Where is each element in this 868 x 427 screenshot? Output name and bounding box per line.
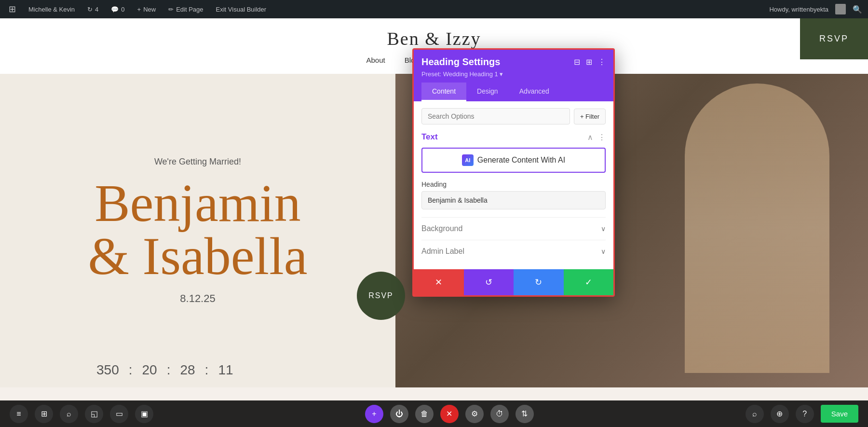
- howdy-text: Howdy, writtenbyekta: [769, 6, 828, 13]
- countdown-sep1: :: [129, 362, 133, 378]
- revisions-link[interactable]: ↻ 4: [84, 0, 101, 18]
- admin-label-section[interactable]: Admin Label ∨: [421, 240, 606, 262]
- toolbar-menu-icon[interactable]: ≡: [10, 405, 28, 423]
- tab-content[interactable]: Content: [421, 83, 466, 101]
- background-chevron-icon: ∨: [601, 225, 606, 233]
- comments-link[interactable]: 💬 0: [108, 0, 127, 18]
- toolbar-layers-icon[interactable]: ⊕: [771, 405, 789, 423]
- edit-icon: ✏: [168, 6, 174, 13]
- site-name-link[interactable]: Michelle & Kevin: [26, 0, 78, 18]
- text-section-title: Text: [421, 132, 438, 142]
- countdown-timer: 350 : 20 : 28 : 11: [96, 362, 233, 378]
- filter-button[interactable]: + Filter: [574, 109, 606, 124]
- countdown-sep3: :: [205, 362, 209, 378]
- toolbar-desktop-icon[interactable]: ◱: [85, 405, 103, 423]
- text-section-header: Text ∧ ⋮: [421, 132, 606, 142]
- admin-label-text: Admin Label: [421, 247, 464, 256]
- toolbar-help-icon[interactable]: ?: [796, 405, 814, 423]
- countdown-sep2: :: [167, 362, 171, 378]
- exit-visual-builder-button[interactable]: Exit Visual Builder: [213, 0, 270, 18]
- rsvp-header-button[interactable]: RSVP: [800, 18, 868, 59]
- ai-icon: AI: [462, 154, 474, 166]
- section-collapse-icon[interactable]: ∧: [587, 133, 593, 142]
- section-controls: ∧ ⋮: [587, 133, 606, 142]
- toolbar-center: + ⏻ 🗑 ✕ ⚙ ⏱ ⇅: [365, 405, 534, 423]
- toolbar-add-button[interactable]: +: [365, 405, 383, 423]
- panel-collapse-icon[interactable]: ⊟: [574, 57, 580, 67]
- confirm-button[interactable]: ✓: [564, 269, 614, 295]
- edit-page-button[interactable]: ✏ Edit Page: [165, 0, 206, 18]
- toolbar-grid-icon[interactable]: ⊞: [35, 405, 53, 423]
- tab-design[interactable]: Design: [466, 83, 509, 101]
- countdown-minutes: 28: [180, 362, 195, 378]
- background-label: Background: [421, 224, 462, 233]
- new-content-button[interactable]: + New: [135, 0, 159, 18]
- hero-subtitle: We're Getting Married!: [154, 157, 241, 167]
- tab-advanced[interactable]: Advanced: [509, 83, 560, 101]
- panel-tabs: Content Design Advanced: [421, 83, 606, 101]
- toolbar-power-button[interactable]: ⏻: [390, 405, 408, 423]
- toolbar-history-button[interactable]: ⏱: [490, 405, 509, 423]
- redo-button[interactable]: ↻: [514, 269, 564, 295]
- hero-title-line2: & Isabella: [88, 230, 307, 283]
- rsvp-floating-button[interactable]: RSVP: [357, 272, 405, 320]
- hero-title: Benjamin & Isabella: [88, 177, 307, 283]
- search-bar: + Filter: [421, 108, 606, 124]
- toolbar-left: ≡ ⊞ ⌕ ◱ ▭ ▣: [10, 405, 153, 423]
- heading-settings-panel: Heading Settings ⊟ ⊞ ⋮ Preset: Wedding H…: [412, 48, 615, 297]
- toolbar-search-icon[interactable]: ⌕: [60, 405, 78, 423]
- admin-label-chevron-icon: ∨: [601, 248, 606, 256]
- heading-field-input[interactable]: [421, 191, 606, 209]
- bottom-toolbar: ≡ ⊞ ⌕ ◱ ▭ ▣ + ⏻ 🗑 ✕ ⚙ ⏱ ⇅ ⌕ ⊕ ? Save: [0, 400, 868, 427]
- hero-title-line1: Benjamin: [88, 177, 307, 230]
- toolbar-delete-button[interactable]: 🗑: [415, 405, 434, 423]
- countdown-seconds: 11: [218, 362, 233, 378]
- toolbar-split-button[interactable]: ⇅: [515, 405, 534, 423]
- admin-bar: ⊞ Michelle & Kevin ↻ 4 💬 0 + New ✏ Edit …: [0, 0, 868, 18]
- revisions-icon: ↻: [87, 6, 93, 13]
- section-more-icon[interactable]: ⋮: [598, 133, 606, 142]
- admin-search-icon[interactable]: 🔍: [853, 5, 862, 14]
- save-button[interactable]: Save: [821, 405, 858, 423]
- toolbar-tablet-icon[interactable]: ▭: [110, 405, 128, 423]
- toolbar-mobile-icon[interactable]: ▣: [135, 405, 153, 423]
- user-avatar[interactable]: [835, 4, 846, 14]
- background-section[interactable]: Background ∨: [421, 217, 606, 240]
- hero-date: 8.12.25: [180, 292, 215, 305]
- bride-image: [685, 83, 829, 373]
- panel-preset-selector[interactable]: Preset: Wedding Heading 1 ▾: [421, 70, 606, 78]
- comments-icon: 💬: [111, 6, 119, 13]
- plus-icon: +: [137, 6, 141, 13]
- site-title: Ben & Izzy: [19, 28, 849, 49]
- undo-button[interactable]: ↺: [464, 269, 514, 295]
- toolbar-close-button[interactable]: ✕: [440, 405, 459, 423]
- panel-body: + Filter Text ∧ ⋮ AI Generate Content Wi…: [414, 101, 613, 269]
- search-options-input[interactable]: [421, 108, 570, 124]
- countdown-hours: 20: [142, 362, 157, 378]
- nav-about[interactable]: About: [366, 56, 385, 64]
- panel-grid-icon[interactable]: ⊞: [586, 57, 592, 67]
- wp-logo-icon[interactable]: ⊞: [6, 0, 19, 18]
- panel-title: Heading Settings: [421, 56, 500, 68]
- heading-field-label: Heading: [421, 180, 606, 188]
- generate-ai-button[interactable]: AI Generate Content With AI: [421, 148, 606, 173]
- panel-more-icon[interactable]: ⋮: [598, 57, 606, 67]
- toolbar-search-right-icon[interactable]: ⌕: [746, 405, 764, 423]
- panel-header: Heading Settings ⊟ ⊞ ⋮ Preset: Wedding H…: [414, 50, 613, 101]
- panel-footer: ✕ ↺ ↻ ✓: [414, 269, 613, 295]
- toolbar-right: ⌕ ⊕ ? Save: [746, 405, 858, 423]
- toolbar-settings-button[interactable]: ⚙: [465, 405, 484, 423]
- panel-title-icons: ⊟ ⊞ ⋮: [574, 57, 606, 67]
- hero-left-content: We're Getting Married! Benjamin & Isabel…: [0, 74, 395, 387]
- cancel-button[interactable]: ✕: [414, 269, 464, 295]
- countdown-days: 350: [96, 362, 119, 378]
